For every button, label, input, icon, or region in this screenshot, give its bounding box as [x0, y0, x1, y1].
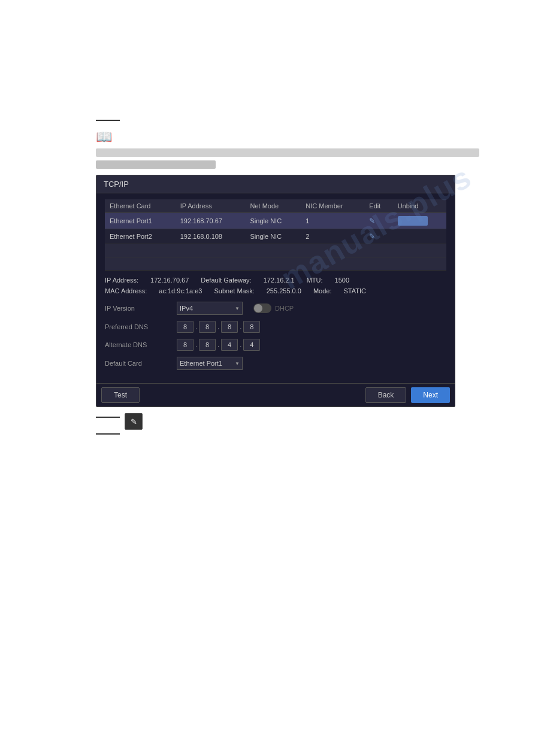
dhcp-switch[interactable]	[253, 303, 271, 313]
ip-version-select[interactable]: IPv4 IPv6	[177, 302, 243, 315]
toggle-knob	[254, 304, 262, 312]
ip-address-value: 172.16.70.67	[150, 277, 189, 284]
form-row-alternate-dns: Alternate DNS . . .	[105, 339, 446, 351]
below-dialog-note: ✎	[96, 413, 455, 430]
dhcp-label: DHCP	[275, 305, 294, 312]
cell-unbind-1	[393, 213, 446, 229]
default-card-select[interactable]: Ethernet Port1 Ethernet Port2	[177, 357, 243, 370]
dialog-title: TCP/IP	[96, 175, 455, 193]
alternate-dns-input-group: . . .	[177, 339, 260, 351]
ip-version-label: IP Version	[105, 305, 171, 312]
alternate-dns-seg-4[interactable]	[243, 339, 260, 351]
back-button[interactable]: Back	[365, 387, 407, 403]
alternate-dns-label: Alternate DNS	[105, 341, 171, 348]
form-section: IP Version IPv4 IPv6 DHCP	[105, 302, 446, 370]
book-icon: 📖	[96, 129, 112, 145]
table-row-empty-2	[105, 257, 446, 271]
note-section: 📖	[96, 120, 515, 169]
cell-edit-1[interactable]: ✎	[364, 213, 392, 229]
ip-address-label: IP Address:	[105, 277, 138, 284]
ip-version-select-wrapper[interactable]: IPv4 IPv6	[177, 302, 243, 315]
mode-label: Mode:	[313, 287, 332, 294]
preferred-dns-seg-1[interactable]	[177, 321, 194, 333]
dialog-wrapper: TCP/IP Ethernet Card IP Address Net Mode…	[96, 175, 455, 435]
preferred-dns-seg-3[interactable]	[221, 321, 238, 333]
test-button[interactable]: Test	[101, 387, 140, 403]
footer-right: Back Next	[365, 387, 450, 403]
table-row[interactable]: Ethernet Port1 192.168.70.67 Single NIC …	[105, 213, 446, 229]
divider-top	[96, 120, 120, 121]
edit-icon-2[interactable]: ✎	[369, 232, 375, 241]
dialog-footer: Test Back Next	[96, 383, 455, 406]
gateway-label: Default Gateway:	[201, 277, 251, 284]
dhcp-toggle[interactable]: DHCP	[253, 303, 294, 313]
mac-value: ac:1d:9c:1a:e3	[159, 287, 202, 294]
cell-eth-card-2: Ethernet Port2	[105, 229, 176, 244]
mtu-value: 1500	[335, 277, 349, 284]
empty-cell-1	[105, 244, 446, 257]
edit-button-box[interactable]: ✎	[125, 413, 143, 430]
alternate-dns-seg-2[interactable]	[199, 339, 216, 351]
dialog-body: Ethernet Card IP Address Net Mode NIC Me…	[96, 193, 455, 383]
default-card-label: Default Card	[105, 360, 171, 367]
info-row-2: MAC Address: ac:1d:9c:1a:e3 Subnet Mask:…	[105, 287, 446, 294]
form-row-preferred-dns: Preferred DNS . . .	[105, 321, 446, 333]
table-row-empty-1	[105, 244, 446, 257]
col-net-mode: Net Mode	[246, 199, 301, 213]
pencil-icon: ✎	[131, 417, 137, 426]
preferred-dns-label: Preferred DNS	[105, 323, 171, 330]
cell-eth-card-1: Ethernet Port1	[105, 213, 176, 229]
cell-nic-2: 2	[301, 229, 364, 244]
next-button[interactable]: Next	[411, 387, 450, 403]
divider-below	[96, 417, 120, 418]
subnet-label: Subnet Mask:	[214, 287, 254, 294]
table-row[interactable]: Ethernet Port2 192.168.0.108 Single NIC …	[105, 229, 446, 244]
tcp-ip-dialog: TCP/IP Ethernet Card IP Address Net Mode…	[96, 175, 455, 407]
form-row-ip-version: IP Version IPv4 IPv6 DHCP	[105, 302, 446, 315]
col-unbind: Unbind	[393, 199, 446, 213]
alternate-dns-seg-3[interactable]	[221, 339, 238, 351]
cell-unbind-2	[393, 229, 446, 244]
cell-ip-1: 192.168.70.67	[176, 213, 246, 229]
gateway-value: 172.16.2.1	[264, 277, 295, 284]
mode-value: STATIC	[343, 287, 365, 294]
alternate-dns-seg-1[interactable]	[177, 339, 194, 351]
cell-ip-2: 192.168.0.108	[176, 229, 246, 244]
info-row-1: IP Address: 172.16.70.67 Default Gateway…	[105, 277, 446, 284]
nic-table: Ethernet Card IP Address Net Mode NIC Me…	[105, 199, 446, 271]
note-text-bar-1	[96, 148, 479, 157]
preferred-dns-seg-4[interactable]	[243, 321, 260, 333]
preferred-dns-input-group: . . .	[177, 321, 260, 333]
cell-edit-2[interactable]: ✎	[364, 229, 392, 244]
mtu-label: MTU:	[307, 277, 323, 284]
col-nic-member: NIC Member	[301, 199, 364, 213]
cell-mode-2: Single NIC	[246, 229, 301, 244]
mac-label: MAC Address:	[105, 287, 147, 294]
note-text-bar-2	[96, 160, 216, 169]
preferred-dns-seg-2[interactable]	[199, 321, 216, 333]
info-section: IP Address: 172.16.70.67 Default Gateway…	[105, 277, 446, 294]
col-ethernet-card: Ethernet Card	[105, 199, 176, 213]
unbind-bar	[398, 216, 428, 226]
edit-icon-1[interactable]: ✎	[369, 217, 375, 225]
col-edit: Edit	[364, 199, 392, 213]
empty-cell-2	[105, 257, 446, 271]
cell-nic-1: 1	[301, 213, 364, 229]
below-divider-line	[96, 433, 120, 435]
cell-mode-1: Single NIC	[246, 213, 301, 229]
default-card-select-wrapper[interactable]: Ethernet Port1 Ethernet Port2	[177, 357, 243, 370]
subnet-value: 255.255.0.0	[267, 287, 301, 294]
form-row-default-card: Default Card Ethernet Port1 Ethernet Por…	[105, 357, 446, 370]
col-ip-address: IP Address	[176, 199, 246, 213]
